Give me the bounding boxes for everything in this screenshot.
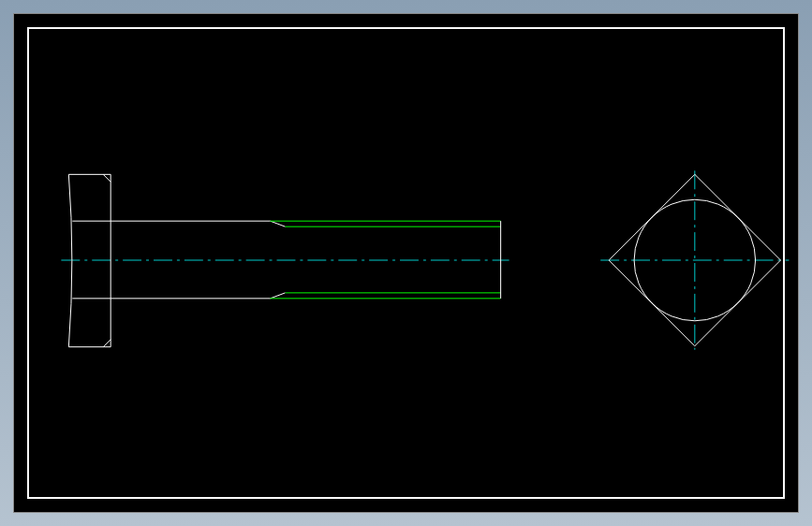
bolt-shank [111, 221, 270, 299]
thread-chamfer-bottom [271, 293, 286, 299]
head-chamfer-top [103, 174, 111, 182]
bolt-end-view [600, 170, 789, 349]
bolt-thread [271, 221, 501, 299]
cad-drawing-canvas[interactable] [14, 14, 798, 512]
cad-viewport[interactable] [13, 13, 799, 513]
thread-chamfer-top [271, 221, 286, 226]
bolt-side-view [61, 174, 509, 346]
head-chamfer-bottom [103, 340, 111, 347]
